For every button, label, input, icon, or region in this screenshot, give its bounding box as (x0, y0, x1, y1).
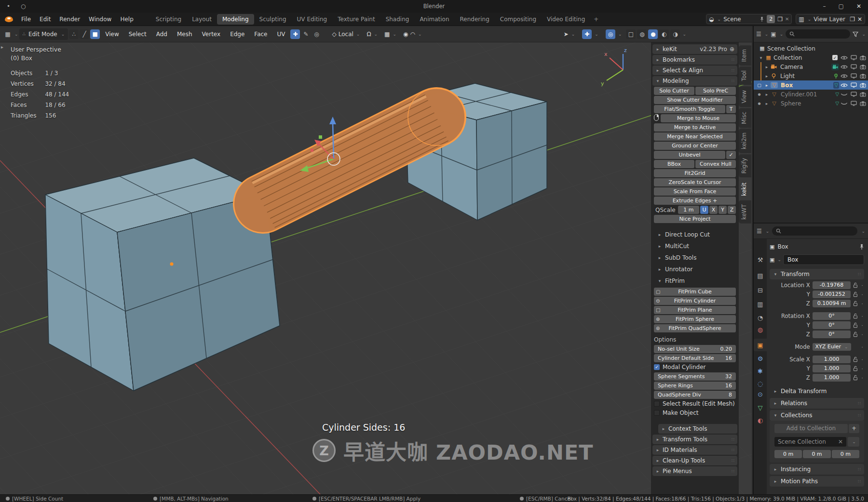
tab-render[interactable]: ▤ (754, 269, 767, 282)
shading-material-icon[interactable]: ◐ (659, 29, 669, 39)
add-workspace-button[interactable]: + (590, 14, 602, 25)
merge-to-mouse-button[interactable]: Merge to Mouse (661, 114, 736, 122)
fitprim-cylinder-button[interactable]: ⊖FitPrim Cylinder (654, 297, 736, 305)
workspace-tab-layout[interactable]: Layout (187, 14, 217, 25)
rotation-y-field[interactable]: 0° (813, 321, 851, 329)
remove-layer-icon[interactable]: ✕ (857, 16, 862, 23)
disable-viewport-icon[interactable] (851, 55, 857, 60)
disable-render-icon[interactable] (860, 65, 866, 69)
workspace-tab-uv-editing[interactable]: UV Editing (292, 14, 333, 25)
menu-window[interactable]: Window (84, 14, 116, 24)
tab-world[interactable]: ◍ (754, 323, 767, 336)
panel-select-align-header[interactable]: ▸Select & Align ∷ (652, 66, 737, 75)
tab-constraints[interactable]: ⊙ (754, 388, 767, 400)
display-mode-icon[interactable]: ▣ (771, 31, 776, 38)
outliner-row-box[interactable]: ▢ ▸ ▽ Box ▽ (754, 80, 868, 90)
overlays-dropdown[interactable]: ◎⌄ (603, 28, 625, 40)
offset-y-field[interactable]: 0 m (803, 450, 830, 458)
expand-icon[interactable]: ▸ (764, 92, 769, 97)
offset-z-field[interactable]: 0 m (832, 450, 859, 458)
menu-add[interactable]: Add (152, 29, 172, 39)
panel-delta-transform-header[interactable]: ▸Delta Transform (770, 386, 864, 396)
cylinder-default-side-field[interactable]: Cylinder Default Side16 (654, 354, 736, 362)
tab-scene[interactable]: ◔ (754, 311, 767, 324)
tab-tool[interactable]: ⚒ (754, 253, 767, 266)
merge-to-active-button[interactable]: Merge to Active (654, 123, 736, 132)
blender-logo-icon[interactable] (5, 16, 13, 22)
expand-icon[interactable]: ▸ (764, 101, 769, 106)
proportional-edit-toggle[interactable]: ◉ ◠ ⌄ (400, 29, 425, 39)
menu-edit[interactable]: Edit (35, 14, 55, 24)
panel-instancing-header[interactable]: ▸Instancing ∷ (770, 464, 864, 475)
pin-icon[interactable] (760, 16, 764, 22)
outliner-row-light[interactable]: ▸ Light (754, 71, 868, 80)
panel-transform-tools-header[interactable]: ▸Transform Tools∷ (652, 435, 737, 444)
shading-solid-icon[interactable]: ● (648, 29, 658, 39)
disable-viewport-icon[interactable] (851, 73, 857, 79)
show-eye-closed-icon[interactable] (841, 101, 848, 106)
panel-id-materials-header[interactable]: ▸ID Materials∷ (652, 445, 737, 455)
menu-select[interactable]: Select (124, 29, 151, 39)
location-z-field[interactable]: 0.10094 m (813, 300, 851, 307)
modal-cylinder-checkbox[interactable]: ✓ Modal Cylinder (654, 362, 736, 371)
snap-target-dropdown[interactable]: ▦ ⌄ (381, 29, 399, 39)
qscale-axis-y-button[interactable]: Y (719, 206, 727, 214)
lock-icon[interactable] (853, 357, 858, 362)
nosel-unit-size-field[interactable]: No-sel Unit Size0.20 (654, 345, 736, 353)
editor-type-icon[interactable]: ▦ (3, 29, 13, 39)
workspace-tab-modeling[interactable]: Modeling (217, 14, 254, 25)
new-scene-icon[interactable]: ❐ (777, 16, 783, 23)
show-eye-closed-icon[interactable] (841, 92, 848, 97)
mode-dropdown[interactable]: ∴ Edit Mode ⌄ (19, 28, 68, 40)
workspace-tab-rendering[interactable]: Rendering (455, 14, 495, 25)
disable-viewport-icon[interactable] (851, 82, 857, 88)
3d-viewport[interactable]: z x y ▸ User Perspective (0) Box Objects… (0, 42, 752, 494)
workspace-tab-shading[interactable]: Shading (380, 14, 415, 25)
animate-dot-icon[interactable]: · (860, 283, 864, 288)
workspace-tab-sculpting[interactable]: Sculpting (254, 14, 292, 25)
menu-help[interactable]: Help (116, 14, 137, 24)
tab-object-data[interactable]: ▽ (754, 401, 767, 414)
sidebar-tab-item[interactable]: Item (739, 45, 751, 66)
menu-uv[interactable]: UV (272, 29, 289, 39)
rotation-mode-dropdown[interactable]: XYZ Euler⌄ (813, 343, 851, 351)
xray-toggle-icon[interactable]: □ (626, 29, 636, 39)
animate-dot-icon[interactable]: · (860, 357, 864, 362)
lock-icon[interactable] (853, 322, 858, 328)
tab-object[interactable]: ▣ (754, 339, 767, 351)
disable-viewport-icon[interactable] (851, 92, 857, 97)
qscale-axis-u-button[interactable]: U (700, 206, 708, 214)
unbevel-options-button[interactable]: ✓ (726, 151, 736, 159)
light-data-icon[interactable] (833, 73, 839, 79)
edge-select-icon[interactable]: ╱ (80, 29, 89, 39)
panel-context-tools-header[interactable]: ▸Context Tools (658, 424, 737, 434)
panel-transform-header[interactable]: ▾ Transform ∷ (770, 269, 864, 279)
unbevel-button[interactable]: Unbevel (654, 151, 725, 159)
hide-eye-icon[interactable] (841, 65, 848, 69)
lock-icon[interactable] (853, 282, 858, 288)
fitprim-plane-button[interactable]: □FitPrim Plane (654, 306, 736, 314)
animate-dot-icon[interactable]: · (860, 314, 864, 319)
tab-material[interactable]: ◐ (754, 414, 767, 426)
animate-dot-icon[interactable]: · (860, 292, 864, 297)
workspace-tab-video-editing[interactable]: Video Editing (542, 14, 590, 25)
tab-view-layer[interactable]: ▥ (754, 298, 767, 310)
sidebar-tab-kewt[interactable]: keWT (739, 200, 751, 224)
extrude-edges-button[interactable]: Extrude Edges + (654, 197, 736, 205)
panel-relations-header[interactable]: ▸Relations ∷ (770, 398, 864, 409)
disable-viewport-icon[interactable] (851, 101, 857, 106)
fitprim-quadsphere-button[interactable]: ⊛FitPrim QuadSphere (654, 324, 736, 332)
animate-dot-icon[interactable]: · (860, 332, 864, 337)
close-icon[interactable]: ✕ (856, 3, 861, 10)
bbox-button[interactable]: BBox (654, 160, 694, 168)
menu-vertex[interactable]: Vertex (198, 29, 225, 39)
sphere-rings-field[interactable]: Sphere Rings16 (654, 382, 736, 390)
expand-icon[interactable]: ▾ (759, 55, 763, 60)
outliner-row-collection[interactable]: ▾ ▦ Collection ✓ (754, 53, 868, 62)
disable-render-icon[interactable] (860, 74, 866, 79)
lock-icon[interactable] (853, 366, 858, 371)
workspace-tab-compositing[interactable]: Compositing (495, 14, 542, 25)
disable-render-icon[interactable] (860, 92, 866, 97)
zeroscale-cursor-button[interactable]: ZeroScale to Cursor (654, 178, 736, 186)
exclude-checkbox[interactable]: ✓ (832, 55, 838, 60)
